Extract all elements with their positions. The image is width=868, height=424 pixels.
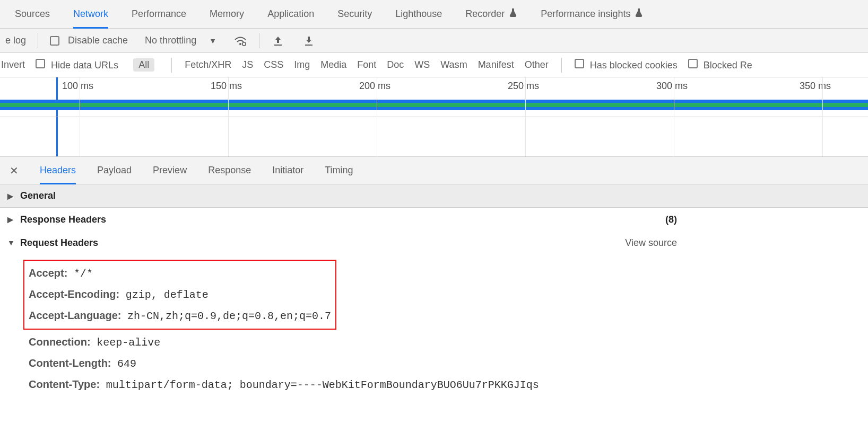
tab-recorder[interactable]: Recorder	[465, 0, 517, 28]
network-toolbar: e log Disable cache No throttling ▼	[0, 29, 868, 53]
timeline-gridline	[228, 77, 229, 156]
header-value: multipart/form-data; boundary=----WebKit…	[106, 379, 539, 391]
filter-font[interactable]: Font	[357, 59, 376, 70]
response-headers-count: (8)	[665, 214, 677, 225]
header-value: 649	[117, 358, 136, 370]
preserve-log-fragment: e log	[0, 35, 31, 46]
timeline-gridline	[822, 77, 823, 156]
checkbox-icon	[50, 36, 59, 46]
timeline-bar	[0, 103, 868, 107]
toolbar-divider	[259, 33, 259, 48]
tab-sources[interactable]: Sources	[15, 0, 50, 28]
tab-timing[interactable]: Timing	[325, 157, 353, 184]
timeline-gridline	[377, 77, 377, 156]
filter-ws[interactable]: WS	[414, 59, 430, 70]
filter-js[interactable]: JS	[242, 59, 253, 70]
tab-initiator[interactable]: Initiator	[272, 157, 303, 184]
disable-cache-toggle[interactable]: Disable cache	[45, 35, 133, 46]
wifi-settings-icon	[233, 34, 247, 48]
timeline-gridline	[80, 77, 80, 156]
request-details-tabs: ✕ Headers Payload Preview Response Initi…	[0, 157, 868, 184]
upload-har-button[interactable]	[266, 34, 290, 48]
header-row: Accept-Encoding: gzip, deflate	[29, 284, 331, 305]
flask-icon	[635, 8, 643, 20]
section-general[interactable]: ▶ General	[0, 184, 868, 208]
svg-point-0	[239, 43, 241, 45]
header-name: Content-Type:	[29, 378, 100, 390]
section-request-headers[interactable]: ▼ Request Headers View source	[0, 231, 868, 254]
tab-headers[interactable]: Headers	[40, 157, 76, 184]
svg-point-1	[242, 42, 246, 45]
upload-icon	[271, 34, 285, 48]
throttling-value: No throttling	[145, 35, 196, 46]
close-icon[interactable]: ✕	[10, 164, 19, 177]
filter-media[interactable]: Media	[320, 59, 346, 70]
filter-fetch-xhr[interactable]: Fetch/XHR	[185, 59, 231, 70]
tab-memory[interactable]: Memory	[210, 0, 244, 28]
filter-wasm[interactable]: Wasm	[440, 59, 467, 70]
hide-data-urls-toggle[interactable]: Hide data URLs	[36, 59, 118, 71]
header-row: Accept-Language: zh-CN,zh;q=0.9,de;q=0.8…	[29, 305, 331, 326]
section-request-headers-label: Request Headers	[20, 237, 98, 249]
toolbar-divider	[38, 33, 38, 48]
checkbox-icon	[575, 59, 584, 68]
filter-other[interactable]: Other	[525, 59, 549, 70]
filter-css[interactable]: CSS	[264, 59, 283, 70]
chevron-right-icon: ▶	[7, 192, 16, 200]
timeline-tick: 150 ms	[211, 81, 242, 92]
has-blocked-cookies-toggle[interactable]: Has blocked cookies	[575, 59, 678, 71]
filter-divider	[561, 58, 562, 73]
has-blocked-cookies-label: Has blocked cookies	[590, 60, 678, 70]
request-headers-list: Accept: */* Accept-Encoding: gzip, defla…	[0, 254, 868, 401]
network-conditions-button[interactable]	[228, 34, 253, 48]
highlight-box: Accept: */* Accept-Encoding: gzip, defla…	[23, 260, 336, 330]
checkbox-icon	[688, 59, 698, 68]
tab-response[interactable]: Response	[208, 157, 251, 184]
invert-label[interactable]: Invert	[0, 59, 25, 70]
tab-preview[interactable]: Preview	[153, 157, 187, 184]
blocked-requests-toggle[interactable]: Blocked Re	[688, 59, 752, 71]
tab-performance-insights[interactable]: Performance insights	[541, 0, 643, 28]
disable-cache-label: Disable cache	[68, 35, 128, 46]
throttling-select[interactable]: No throttling ▼	[140, 35, 222, 46]
network-timeline[interactable]: 100 ms 150 ms 200 ms 250 ms 300 ms 350 m…	[0, 77, 868, 157]
network-filter-row: Invert Hide data URLs All Fetch/XHR JS C…	[0, 53, 868, 77]
filter-doc[interactable]: Doc	[387, 59, 404, 70]
header-row: Content-Type: multipart/form-data; bound…	[29, 374, 868, 395]
header-name: Content-Length:	[29, 357, 111, 369]
timeline-bars	[0, 100, 868, 110]
tab-performance-insights-label: Performance insights	[541, 8, 630, 20]
timeline-tick: 300 ms	[656, 81, 688, 92]
header-row: Content-Length: 649	[29, 353, 868, 374]
header-name: Connection:	[29, 336, 91, 348]
tab-network[interactable]: Network	[73, 1, 108, 29]
filter-manifest[interactable]: Manifest	[478, 59, 514, 70]
timeline-gridline	[674, 77, 674, 156]
download-icon	[302, 34, 316, 48]
tab-application[interactable]: Application	[267, 0, 314, 28]
section-response-headers-label: Response Headers	[20, 214, 106, 225]
tab-recorder-label: Recorder	[465, 8, 505, 20]
section-response-headers[interactable]: ▶ Response Headers (8)	[0, 208, 868, 231]
hide-data-urls-label: Hide data URLs	[51, 60, 118, 70]
tab-lighthouse[interactable]: Lighthouse	[395, 0, 442, 28]
tab-performance[interactable]: Performance	[132, 0, 186, 28]
filter-img[interactable]: Img	[294, 59, 310, 70]
timeline-tick: 100 ms	[62, 81, 93, 92]
devtools-top-tabs: Sources Network Performance Memory Appli…	[0, 0, 868, 29]
download-har-button[interactable]	[297, 34, 321, 48]
filter-all[interactable]: All	[133, 58, 154, 72]
timeline-tick: 250 ms	[508, 81, 539, 92]
timeline-bar	[0, 107, 868, 110]
header-value: gzip, deflate	[126, 289, 209, 301]
header-name: Accept-Language:	[29, 310, 121, 321]
tab-security[interactable]: Security	[337, 0, 372, 28]
header-name: Accept:	[29, 267, 67, 279]
header-value: keep-alive	[97, 337, 160, 349]
view-source-link[interactable]: View source	[625, 237, 677, 249]
flask-icon	[509, 8, 517, 20]
tab-payload[interactable]: Payload	[97, 157, 132, 184]
timeline-tick: 200 ms	[359, 81, 390, 92]
caret-down-icon: ▼	[209, 37, 216, 45]
timeline-mid-separator	[0, 117, 868, 117]
